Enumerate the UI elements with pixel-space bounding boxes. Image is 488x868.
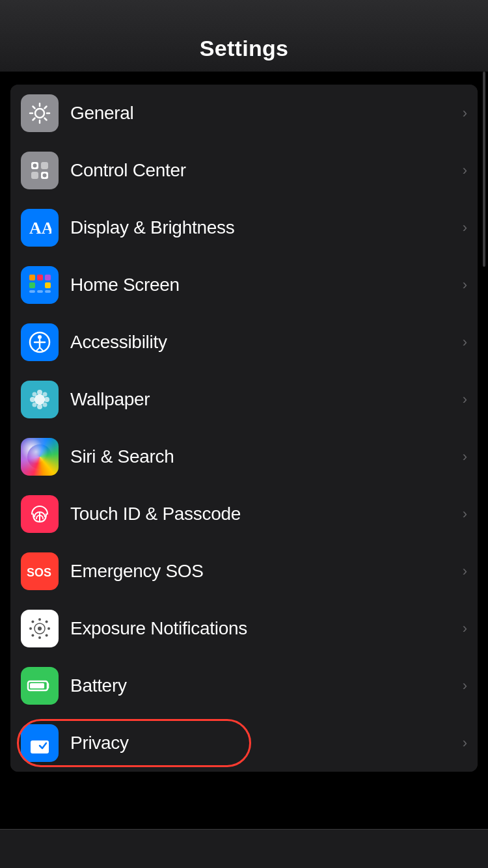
svg-point-26: [38, 335, 42, 339]
touch-id-label: Touch ID & Passcode: [70, 504, 457, 524]
general-label: General: [70, 103, 457, 124]
svg-point-50: [46, 620, 48, 623]
battery-chevron: ›: [463, 677, 467, 694]
svg-rect-11: [31, 172, 38, 179]
svg-rect-22: [29, 290, 35, 293]
svg-line-7: [45, 107, 47, 109]
scrollbar[interactable]: [483, 72, 485, 267]
wallpaper-chevron: ›: [463, 391, 467, 408]
home-screen-label: Home Screen: [70, 275, 457, 295]
sidebar-item-emergency-sos[interactable]: SOS Emergency SOS ›: [10, 543, 478, 600]
svg-point-0: [35, 109, 44, 118]
svg-rect-21: [45, 282, 51, 288]
accessibility-label: Accessibility: [70, 332, 457, 353]
sidebar-item-home-screen[interactable]: Home Screen ›: [10, 256, 478, 314]
display-brightness-icon: AA: [21, 209, 59, 247]
svg-rect-54: [30, 683, 44, 688]
control-center-label: Control Center: [70, 160, 457, 181]
svg-point-14: [33, 164, 37, 168]
svg-rect-10: [41, 162, 48, 169]
svg-point-13: [43, 174, 47, 178]
sidebar-item-display-brightness[interactable]: AA Display & Brightness ›: [10, 199, 478, 256]
control-center-chevron: ›: [463, 162, 467, 179]
emergency-sos-icon: SOS: [21, 552, 59, 590]
svg-point-48: [47, 627, 50, 630]
content-area: General › Control Center ›: [0, 72, 488, 829]
settings-group: General › Control Center ›: [10, 85, 478, 772]
svg-line-8: [33, 118, 35, 120]
svg-point-44: [38, 627, 42, 631]
exposure-notifications-icon: [21, 610, 59, 647]
battery-icon: [21, 667, 59, 705]
svg-rect-23: [37, 290, 43, 293]
accessibility-chevron: ›: [463, 334, 467, 351]
svg-point-49: [31, 620, 34, 623]
wallpaper-icon: [21, 381, 59, 418]
touch-id-icon: [21, 495, 59, 533]
exposure-notifications-label: Exposure Notifications: [70, 618, 457, 639]
svg-point-35: [44, 397, 49, 402]
svg-line-5: [33, 107, 35, 109]
battery-label: Battery: [70, 675, 457, 696]
home-screen-chevron: ›: [463, 277, 467, 293]
emergency-sos-label: Emergency SOS: [70, 561, 457, 582]
siri-icon: [21, 438, 59, 476]
sidebar-item-accessibility[interactable]: Accessibility ›: [10, 314, 478, 371]
svg-point-46: [38, 636, 41, 639]
svg-point-34: [30, 397, 35, 402]
home-screen-icon: [21, 266, 59, 304]
sidebar-item-battery[interactable]: Battery ›: [10, 657, 478, 714]
sidebar-item-touch-id[interactable]: Touch ID & Passcode ›: [10, 485, 478, 543]
svg-point-36: [33, 392, 37, 397]
svg-line-6: [45, 118, 47, 120]
svg-text:AA: AA: [29, 219, 51, 237]
svg-point-37: [43, 392, 47, 397]
sidebar-item-siri-search[interactable]: Siri & Search ›: [10, 428, 478, 485]
touch-id-chevron: ›: [463, 506, 467, 522]
svg-point-45: [38, 618, 41, 621]
svg-point-51: [31, 634, 34, 637]
general-chevron: ›: [463, 105, 467, 122]
svg-rect-24: [45, 290, 51, 293]
privacy-label: Privacy: [70, 733, 457, 753]
sidebar-item-privacy[interactable]: Privacy ›: [10, 714, 478, 772]
svg-rect-19: [29, 282, 35, 288]
svg-line-29: [36, 347, 40, 351]
general-icon: [21, 94, 59, 132]
svg-line-30: [40, 347, 43, 351]
siri-search-chevron: ›: [463, 448, 467, 465]
svg-rect-20: [37, 282, 43, 288]
sidebar-item-exposure-notifications[interactable]: Exposure Notifications ›: [10, 600, 478, 657]
svg-rect-16: [29, 275, 35, 280]
display-brightness-label: Display & Brightness: [70, 217, 457, 238]
svg-point-38: [33, 403, 37, 407]
svg-text:SOS: SOS: [27, 566, 51, 579]
display-brightness-chevron: ›: [463, 219, 467, 236]
privacy-icon: [21, 724, 59, 762]
svg-point-47: [29, 627, 32, 630]
sidebar-item-wallpaper[interactable]: Wallpaper ›: [10, 371, 478, 428]
sidebar-item-control-center[interactable]: Control Center ›: [10, 142, 478, 199]
svg-point-39: [43, 403, 47, 407]
page-title: Settings: [200, 36, 289, 61]
svg-rect-17: [37, 275, 43, 280]
svg-rect-18: [45, 275, 51, 280]
header: Settings: [0, 0, 488, 72]
svg-point-32: [37, 390, 42, 395]
exposure-notifications-chevron: ›: [463, 620, 467, 637]
control-center-icon: [21, 152, 59, 189]
emergency-sos-chevron: ›: [463, 563, 467, 580]
svg-point-52: [46, 634, 48, 637]
accessibility-icon: [21, 323, 59, 361]
siri-search-label: Siri & Search: [70, 446, 457, 467]
privacy-chevron: ›: [463, 735, 467, 752]
sidebar-item-general[interactable]: General ›: [10, 85, 478, 142]
svg-point-33: [37, 404, 42, 409]
wallpaper-label: Wallpaper: [70, 389, 457, 410]
bottom-bar: [0, 829, 488, 868]
